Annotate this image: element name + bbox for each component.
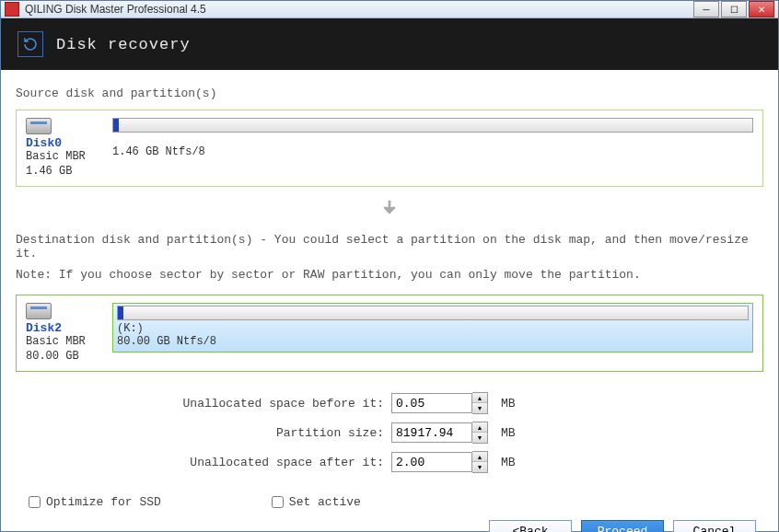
minimize-button[interactable]: ─ [693,1,719,17]
after-down-button[interactable]: ▼ [472,462,487,472]
dest-partition-bar[interactable] [117,306,749,320]
ssd-checkbox-wrap[interactable]: Optimize for SSD [29,495,161,509]
before-down-button[interactable]: ▼ [472,403,487,413]
page-title: Disk recovery [56,36,191,53]
disk-icon [26,303,52,319]
dest-section-label: Destination disk and partition(s) - You … [16,233,763,260]
source-partition-bar[interactable] [112,118,753,133]
unit-label: MB [501,456,516,469]
window-controls: ─ ☐ ✕ [693,1,774,17]
unit-label: MB [501,397,516,411]
dest-note: Note: If you choose sector by sector or … [16,268,763,282]
ssd-label: Optimize for SSD [46,495,161,509]
source-disk-info: Disk0 Basic MBR 1.46 GB [26,118,99,179]
window-title: QILING Disk Master Professional 4.5 [25,3,693,16]
back-button[interactable]: <Back [489,520,572,532]
after-spinner: ▲ ▼ [391,451,488,473]
dest-disk-block: Disk2 Basic MBR 80.00 GB (K:) 80.00 GB N… [16,295,763,372]
cancel-button[interactable]: Cancel [673,520,756,532]
dest-disk-name: Disk2 [26,321,99,335]
source-section-label: Source disk and partition(s) [16,87,763,100]
before-spinner: ▲ ▼ [391,392,488,414]
page-header: Disk recovery [1,18,778,70]
before-label: Unallocated space before it: [16,397,384,411]
app-icon [5,2,19,17]
before-up-button[interactable]: ▲ [472,393,487,403]
source-disk-block: Disk0 Basic MBR 1.46 GB 1.46 GB Ntfs/8 [16,110,763,187]
resize-params: Unallocated space before it: ▲ ▼ MB Part… [16,392,763,473]
after-label: Unallocated space after it: [16,456,384,469]
source-disk-type: Basic MBR [26,150,99,165]
param-row-before: Unallocated space before it: ▲ ▼ MB [16,392,516,414]
size-label: Partition size: [16,426,384,440]
dest-partition-map[interactable]: (K:) 80.00 GB Ntfs/8 [112,303,753,353]
content-area: Source disk and partition(s) Disk0 Basic… [1,70,778,532]
arrow-down-icon [16,198,763,222]
source-disk-size: 1.46 GB [26,165,99,179]
after-up-button[interactable]: ▲ [472,452,487,462]
active-checkbox-wrap[interactable]: Set active [272,495,361,509]
dest-drive-letter: (K:) [117,322,749,335]
dest-disk-size: 80.00 GB [26,350,99,364]
source-partition-label: 1.46 GB Ntfs/8 [112,145,753,158]
before-input[interactable] [391,393,472,413]
ssd-checkbox[interactable] [29,496,41,508]
close-button[interactable]: ✕ [749,1,774,17]
proceed-button[interactable]: Proceed [581,520,664,532]
size-down-button[interactable]: ▼ [472,433,487,443]
titlebar: QILING Disk Master Professional 4.5 ─ ☐ … [1,1,778,18]
app-window: QILING Disk Master Professional 4.5 ─ ☐ … [0,0,779,532]
recovery-icon [17,31,43,57]
dest-disk-type: Basic MBR [26,335,99,350]
active-label: Set active [289,495,361,509]
size-up-button[interactable]: ▲ [472,422,487,433]
size-spinner: ▲ ▼ [391,422,488,444]
source-partition-map: 1.46 GB Ntfs/8 [112,118,753,158]
unit-label: MB [501,426,516,440]
after-input[interactable] [391,452,472,472]
options-row: Optimize for SSD Set active [16,495,763,509]
size-input[interactable] [391,422,472,443]
dest-partition-label: 80.00 GB Ntfs/8 [117,335,749,348]
dest-disk-info: Disk2 Basic MBR 80.00 GB [26,303,99,364]
disk-icon [26,118,52,134]
param-row-size: Partition size: ▲ ▼ MB [16,422,516,444]
source-disk-name: Disk0 [26,136,99,150]
footer-buttons: <Back Proceed Cancel [16,509,763,532]
active-checkbox[interactable] [272,496,284,508]
maximize-button[interactable]: ☐ [721,1,747,17]
param-row-after: Unallocated space after it: ▲ ▼ MB [16,451,516,473]
